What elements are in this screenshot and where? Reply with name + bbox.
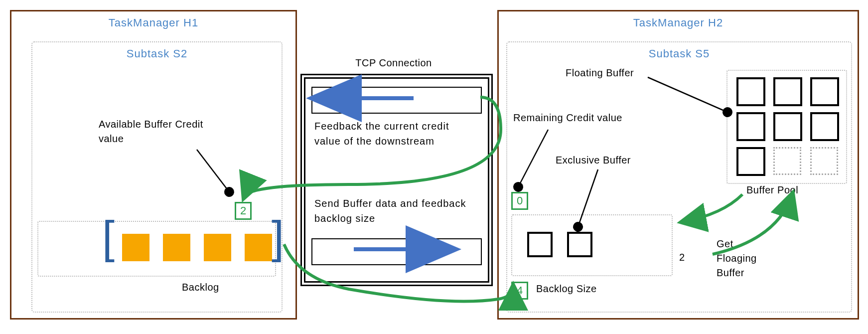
tm2-title: TaskManager H2 [499,16,858,29]
subtask-s5: Subtask S5 0 4 Backlog Size 2 Get Floagi… [506,41,852,313]
backlog-buffer-3 [204,234,231,261]
taskmanager-h2: TaskManager H2 Subtask S5 0 4 Backlog Si… [497,10,859,320]
tcp-title: TCP Connection [349,57,438,69]
bracket-left: [ [102,212,115,263]
floating-buffer-empty-1 [773,147,801,175]
subtask-s2-title: Subtask S2 [32,47,282,60]
remaining-credit-label: Remaining Credit value [513,112,622,124]
floating-buffer-empty-2 [810,147,838,175]
tcp-connection-box: Feedback the current credit value of the… [304,77,489,283]
remaining-credit-value: 0 [511,192,528,210]
available-credit-value: 2 [235,202,252,220]
backlog-label: Backlog [182,282,219,293]
subtask-s5-title: Subtask S5 [507,47,851,60]
backlog-size-value: 4 [511,282,528,300]
tcp-channel-feedback [311,87,482,114]
exclusive-buffer-label: Exclusive Buffer [556,155,631,166]
backlog-size-label: Backlog Size [536,283,597,295]
floating-buffer-3 [810,77,839,106]
floating-buffer-1 [736,77,765,106]
backlog-buffer-4 [245,234,272,261]
backlog-buffer-1 [122,234,149,261]
get-floating-label: Get Floaging Buffer [717,237,776,280]
tcp-send-text: Send Buffer data and feedback backlog si… [314,196,479,226]
subtask-s2: Subtask S2 2 [ ] Backlog [31,41,283,313]
buffer-pool-label: Buffer Pool [746,184,798,196]
taskmanager-h1: TaskManager H1 Subtask S2 2 [ ] Backlog [10,10,297,320]
backlog-buffer-2 [163,234,190,261]
floating-buffer-6 [810,112,839,141]
tm1-title: TaskManager H1 [11,16,295,29]
tcp-channel-send [311,238,482,265]
backlog-area [37,221,276,277]
floating-buffer-label: Floating Buffer [566,67,634,79]
tcp-feedback-text: Feedback the current credit value of the… [314,119,474,149]
floating-buffer-2 [773,77,802,106]
exclusive-buffer-1 [527,232,553,257]
exclusive-buffer-2 [567,232,592,257]
bracket-right: ] [272,212,284,263]
floating-buffer-7 [736,147,765,176]
floating-buffer-5 [773,112,802,141]
floating-buffer-4 [736,112,765,141]
available-credit-label: Available Buffer Credit value [99,117,213,146]
floating-request-count: 2 [679,252,685,263]
